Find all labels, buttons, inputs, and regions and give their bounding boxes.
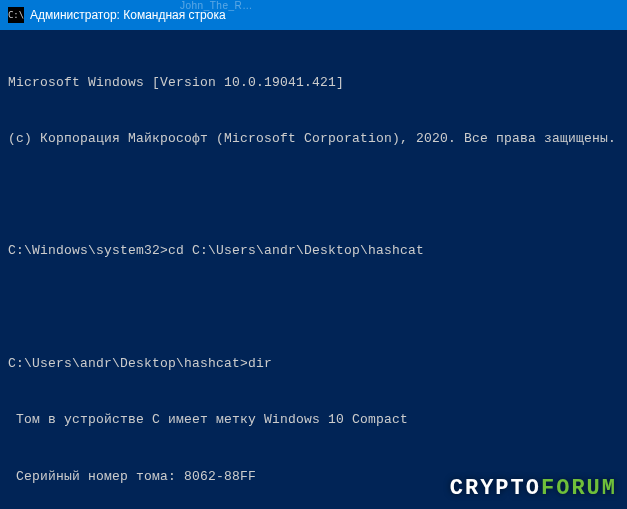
terminal-output[interactable]: Microsoft Windows [Version 10.0.19041.42… bbox=[0, 30, 627, 509]
prompt-cmd: cd C:\Users\andr\Desktop\hashcat bbox=[168, 243, 424, 258]
prompt-path: C:\Windows\system32> bbox=[8, 243, 168, 258]
cmd-icon: C:\ bbox=[8, 7, 24, 23]
window-titlebar[interactable]: C:\ Администратор: Командная строка John… bbox=[0, 0, 627, 30]
serial-line: Серийный номер тома: 8062-88FF bbox=[8, 468, 619, 487]
prompt-line-1: C:\Windows\system32>cd C:\Users\andr\Des… bbox=[8, 242, 619, 261]
titlebar-bg-text: John_The_R… bbox=[180, 0, 253, 11]
blank-line bbox=[8, 299, 619, 317]
prompt-cmd: dir bbox=[248, 356, 272, 371]
volume-line: Том в устройстве C имеет метку Windows 1… bbox=[8, 411, 619, 430]
copyright-line: (c) Корпорация Майкрософт (Microsoft Cor… bbox=[8, 130, 619, 149]
blank-line bbox=[8, 187, 619, 205]
prompt-line-2: C:\Users\andr\Desktop\hashcat>dir bbox=[8, 355, 619, 374]
version-line: Microsoft Windows [Version 10.0.19041.42… bbox=[8, 74, 619, 93]
prompt-path: C:\Users\andr\Desktop\hashcat> bbox=[8, 356, 248, 371]
